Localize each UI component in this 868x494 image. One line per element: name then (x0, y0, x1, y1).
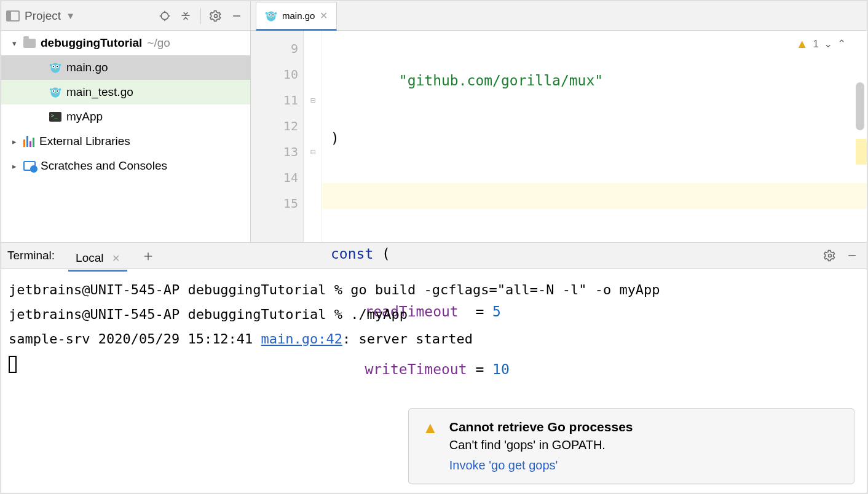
code-text: ( (373, 246, 390, 262)
tree-scratches[interactable]: ▸ Scratches and Consoles (1, 154, 250, 178)
notification-title: Cannot retrieve Go processes (449, 420, 633, 434)
chevron-up-icon[interactable]: ⌃ (837, 37, 846, 50)
go-file-icon (265, 10, 277, 22)
warning-icon: ▲ (796, 37, 808, 51)
tree-file-main-test-go[interactable]: main_test.go (1, 80, 250, 104)
separator (200, 8, 201, 24)
folder-icon (23, 39, 36, 48)
chevron-right-icon[interactable]: ▸ (10, 162, 18, 171)
terminal-line: jetbrains@UNIT-545-AP debuggingTutorial … (9, 278, 859, 302)
code-line: ) (322, 125, 867, 151)
inspection-count: 1 (813, 38, 819, 50)
terminal-tab-local[interactable]: Local ✕ (68, 251, 127, 272)
code-keyword: const (331, 246, 373, 262)
terminal-line: sample-srv 2020/05/29 15:12:41 main.go:4… (9, 327, 859, 351)
tree-root[interactable]: ▾ debuggingTutorial ~/go (1, 31, 250, 55)
code-line-current (322, 183, 867, 209)
code-editor[interactable]: 9101112131415 ⊟⊟ "github.com/gorilla/mux… (251, 31, 867, 242)
notification-body: Can't find 'gops' in GOPATH. (449, 438, 633, 452)
tree-external-libraries[interactable]: ▸ External Libraries (1, 129, 250, 154)
editor-tab-bar: main.go ✕ (251, 1, 867, 31)
chevron-down-icon[interactable]: ▾ (10, 39, 18, 48)
editor-scrollbar[interactable] (856, 82, 864, 130)
code-area[interactable]: "github.com/gorilla/mux" ) const ( readT… (322, 31, 867, 242)
terminal-file-link[interactable]: main.go:42 (261, 331, 342, 347)
notification-action-link[interactable]: Invoke 'go get gops' (449, 458, 633, 472)
go-file-icon (49, 61, 61, 74)
notification-popup: ▲ Cannot retrieve Go processes Can't fin… (408, 408, 854, 484)
terminal-line: jetbrains@UNIT-545-AP debuggingTutorial … (9, 302, 859, 327)
tree-root-path: ~/go (147, 36, 170, 50)
hide-tool-icon[interactable] (228, 7, 245, 25)
project-toolbar: Project ▼ (1, 1, 251, 31)
settings-icon[interactable] (207, 7, 224, 25)
scratch-icon (23, 161, 36, 171)
tree-file-label: main.go (66, 61, 108, 74)
code-string: "github.com/gorilla/mux" (365, 73, 603, 88)
editor-tab-main-go[interactable]: main.go ✕ (256, 2, 337, 31)
project-dropdown-icon[interactable]: ▼ (66, 10, 75, 21)
chevron-down-icon[interactable]: ⌄ (824, 37, 832, 50)
inspection-widget[interactable]: ▲ 1 ⌄ ⌃ (796, 37, 846, 51)
close-tab-icon[interactable]: ✕ (112, 253, 120, 264)
project-tool-label[interactable]: Project (25, 9, 61, 23)
terminal-title: Terminal: (7, 249, 55, 262)
line-number-gutter: 9101112131415 (251, 31, 304, 242)
chevron-right-icon[interactable]: ▸ (10, 137, 18, 146)
terminal-tab-label: Local (76, 251, 103, 264)
collapse-all-icon[interactable] (177, 7, 194, 25)
warning-icon: ▲ (422, 420, 438, 472)
go-file-icon (49, 86, 61, 98)
tree-file-label: myApp (66, 110, 103, 124)
svg-point-14 (215, 14, 218, 17)
tree-label: Scratches and Consoles (41, 159, 167, 173)
terminal-cursor (9, 356, 17, 373)
close-tab-icon[interactable]: ✕ (320, 10, 328, 22)
terminal-output[interactable]: jetbrains@UNIT-545-AP debuggingTutorial … (1, 269, 867, 385)
library-icon (23, 136, 34, 147)
binary-icon (49, 112, 61, 122)
tree-file-label: main_test.go (66, 85, 133, 99)
fold-gutter: ⊟⊟ (304, 31, 322, 242)
error-stripe-mark[interactable] (856, 139, 867, 165)
tree-file-main-go[interactable]: main.go (1, 55, 250, 80)
tree-root-name: debuggingTutorial (41, 36, 142, 50)
locate-icon[interactable] (156, 7, 173, 25)
project-tree: ▾ debuggingTutorial ~/go main.go main_te… (1, 31, 251, 242)
editor-tab-label: main.go (282, 10, 315, 21)
new-terminal-icon[interactable]: ＋ (141, 246, 156, 265)
svg-point-8 (161, 12, 168, 20)
tree-file-myapp[interactable]: myApp (1, 104, 250, 129)
project-view-icon (6, 10, 20, 22)
tree-label: External Libraries (39, 135, 130, 148)
